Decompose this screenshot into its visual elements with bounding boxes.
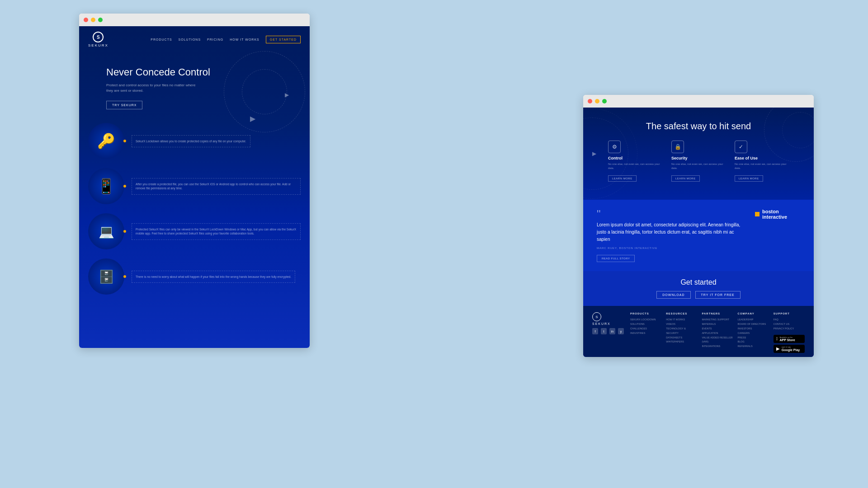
footer-item-referrals[interactable]: REFERRALS [738, 344, 769, 349]
feature-desc-2: After you create a protected file, you c… [136, 182, 297, 191]
footer-item-faq[interactable]: FAQ [774, 318, 805, 322]
window-minimize-dot[interactable] [91, 18, 95, 22]
browser-window-left: S SEKURX PRODUCTS SOLUTIONS PRICING HOW … [79, 14, 310, 348]
social-linkedin[interactable]: in [609, 328, 615, 334]
logo: S SEKURX [88, 32, 108, 47]
quote-text: " Lorem ipsum dolor sit amet, consectetu… [597, 209, 746, 262]
footer-item-lockdown[interactable]: SEKURX LOCKDOWN [630, 318, 661, 322]
footer-item-videos[interactable]: VIDEOS [666, 322, 697, 327]
navigation: S SEKURX PRODUCTS SOLUTIONS PRICING HOW … [79, 26, 310, 53]
footer-item-var[interactable]: VALUE ADDED RESELLER (VAR) [702, 336, 733, 345]
nav-cta-button[interactable]: GET STARTED [266, 36, 301, 43]
footer-item-board[interactable]: BOARD OF DIRECTORS [738, 322, 769, 327]
quote-author: MARC RUEY, BOSTON INTERACTIVE [597, 247, 746, 249]
right-close-dot[interactable] [588, 99, 592, 103]
google-play-badge[interactable]: ▶ GET IT ON Google Play [774, 345, 805, 353]
right-maximize-dot[interactable] [602, 99, 607, 103]
footer-social-links: f t in y [592, 328, 624, 334]
window-close-dot[interactable] [84, 18, 88, 22]
footer-item-whitepapers[interactable]: WHITEPAPERS [666, 340, 697, 344]
laptop-icon: 💻 [99, 224, 114, 239]
feature-icon-server: 🗄️ [88, 258, 124, 295]
footer-item-leadership[interactable]: LEADERSHIP [738, 318, 769, 322]
quote-mark: " [597, 209, 746, 220]
footer: S SEKURX f t in y PRODUCTS SEKURX LOCKDO… [583, 306, 814, 357]
try-free-btn[interactable]: TRY IT FOR FREE [695, 291, 741, 299]
boston-interactive-logo: boston interactive [755, 209, 800, 220]
browser-titlebar-right [583, 95, 814, 108]
footer-item-industries[interactable]: INDUSTRIES [630, 331, 661, 336]
nav-how-it-works[interactable]: HOW IT WORKS [230, 38, 259, 41]
play-icon-right: ▶ [592, 150, 596, 157]
footer-logo-text: SEKURX [592, 322, 624, 325]
right-browser-content: ▶ The safest way to hit send ⚙ Control N… [583, 108, 814, 357]
hero-cta-button[interactable]: TRY SEKURX [106, 101, 142, 109]
browser-window-right: ▶ The safest way to hit send ⚙ Control N… [583, 95, 814, 357]
boston-square-icon [755, 212, 760, 216]
feature-desc-1: SekurX Lockdown allows you to create pro… [136, 139, 246, 144]
radial-left-deco: ▶ [583, 108, 619, 200]
features-list: 🔑 SekurX Lockdown allows you to create p… [79, 118, 310, 299]
feature-col-security: 🔒 Security No one else, not even we, can… [671, 141, 726, 182]
nav-products[interactable]: PRODUCTS [151, 38, 172, 41]
feature-desc-4: There is no need to worry about what wil… [136, 275, 291, 279]
footer-col-products-title: PRODUCTS [630, 312, 661, 315]
feature-desc-3: Protected SekurX files can only be viewe… [136, 227, 297, 236]
footer-item-investors[interactable]: INVESTORS [738, 327, 769, 331]
safest-section: ▶ The safest way to hit send ⚙ Control N… [583, 108, 814, 200]
ease-learn-btn[interactable]: LEARN MORE [735, 175, 763, 182]
footer-col-resources-title: RESOURCES [666, 312, 697, 315]
footer-logo-area: S SEKURX f t in y [592, 312, 624, 353]
footer-item-application[interactable]: APPLICATION [702, 331, 733, 336]
deco-circle-right-inner [782, 112, 814, 148]
footer-item-blog[interactable]: BLOG [738, 340, 769, 344]
nav-pricing[interactable]: PRICING [207, 38, 223, 41]
footer-item-press[interactable]: PRESS [738, 336, 769, 340]
feature-icon-laptop: 💻 [88, 213, 124, 249]
hero-subtitle: Protect and control access to your files… [106, 83, 197, 94]
feature-icon-tablet: 📱 [88, 168, 124, 204]
footer-col-support-title: SUPPORT [774, 312, 805, 315]
footer-item-privacy[interactable]: PRIVACY POLICY [774, 327, 805, 331]
feature-dot-1 [123, 140, 126, 142]
boston-logo-box: boston interactive [755, 209, 800, 220]
footer-item-contact[interactable]: CONTACT US [774, 322, 805, 327]
footer-item-careers[interactable]: CAREERS [738, 331, 769, 336]
social-youtube[interactable]: y [618, 328, 624, 334]
footer-item-integrations[interactable]: INTEGRATIONS [702, 344, 733, 349]
feature-dot-3 [123, 230, 126, 233]
testimonial-section: " Lorem ipsum dolor sit amet, consectetu… [583, 200, 814, 271]
security-learn-btn[interactable]: LEARN MORE [671, 175, 700, 182]
footer-item-solutions[interactable]: SOLUTIONS [630, 322, 661, 327]
ease-desc: No one else, not even we, can access you… [735, 162, 789, 170]
download-btn[interactable]: DOWNLOAD [656, 291, 690, 299]
footer-item-how-it-works[interactable]: HOW IT WORKS [666, 318, 697, 322]
social-twitter[interactable]: t [601, 328, 607, 334]
left-browser-content: S SEKURX PRODUCTS SOLUTIONS PRICING HOW … [79, 26, 310, 348]
right-minimize-dot[interactable] [595, 99, 599, 103]
feature-item-1: 🔑 SekurX Lockdown allows you to create p… [88, 123, 301, 159]
footer-logo-icon: S [592, 312, 601, 321]
footer-item-challenges[interactable]: CHALLENGES [630, 327, 661, 331]
footer-col-products: PRODUCTS SEKURX LOCKDOWN SOLUTIONS CHALL… [630, 312, 661, 353]
window-maximize-dot[interactable] [98, 18, 103, 22]
app-store-text: Available on the APP Store [779, 336, 795, 342]
cta-buttons: DOWNLOAD TRY IT FOR FREE [597, 291, 800, 299]
get-started-title: Get started [597, 278, 800, 286]
footer-item-tech-security[interactable]: TECHNOLOGY & SECURITY [666, 327, 697, 336]
footer-item-datasheets[interactable]: DATASHEETS [666, 336, 697, 340]
nav-solutions[interactable]: SOLUTIONS [179, 38, 201, 41]
read-full-story-btn[interactable]: READ FULL STORY [597, 255, 635, 262]
security-icon: 🔒 [671, 141, 684, 153]
browser-titlebar-left [79, 14, 310, 26]
social-facebook[interactable]: f [592, 328, 598, 334]
app-store-badge[interactable]:  Available on the APP Store [774, 335, 805, 343]
feature-item-2: 📱 After you create a protected file, you… [88, 168, 301, 204]
footer-item-marketing[interactable]: MARKETING SUPPORT MATERIALS [702, 318, 733, 327]
feature-dot-2 [123, 185, 126, 188]
footer-item-events[interactable]: EVENTS [702, 327, 733, 331]
footer-top: S SEKURX f t in y PRODUCTS SEKURX LOCKDO… [592, 312, 805, 353]
nav-links: PRODUCTS SOLUTIONS PRICING HOW IT WORKS … [151, 36, 301, 43]
feature-dot-4 [123, 275, 126, 278]
apple-icon:  [776, 336, 778, 341]
